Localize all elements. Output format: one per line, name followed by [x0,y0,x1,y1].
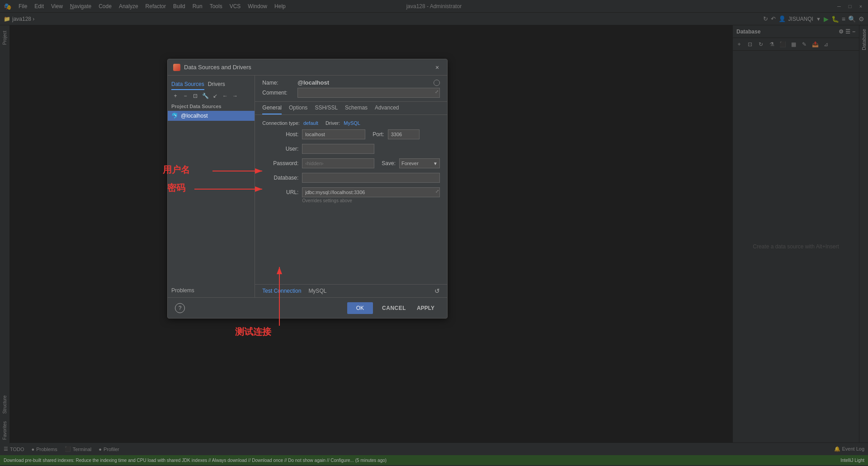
user-row: User: [262,144,440,154]
remove-button[interactable]: − [181,92,189,100]
connection-type-value[interactable]: default [303,120,318,126]
url-expand-icon[interactable]: ⤢ [435,189,439,194]
datasource-header: Name: @localhost Comment: ⤢ [255,76,447,102]
comment-input-container: ⤢ [297,88,440,98]
port-input[interactable] [388,129,420,139]
password-label: Password: [262,160,298,166]
name-row: Name: @localhost [262,79,440,86]
dialog-left-tabs: Data Sources Drivers [168,76,255,90]
expand-comment-icon[interactable]: ⤢ [435,89,439,94]
name-label: Name: [262,80,294,86]
dialog-left-toolbar: + − ⊡ 🔧 ↙ ← → [168,90,255,102]
connection-type-label: Connection type: [262,120,300,126]
cancel-button[interactable]: CANCEL [377,302,411,314]
save-dropdown-icon: ▼ [433,161,438,166]
password-row: Password: Save: Forever ▼ [262,158,440,168]
tab-drivers[interactable]: Drivers [208,79,225,90]
config-button[interactable]: 🔧 [201,92,209,100]
database-row: Database: [262,173,440,183]
mysql-icon: 🐬 [171,113,178,119]
right-tabs: General Options SSH/SSL Schemas Advanced [255,102,447,115]
driver-value[interactable]: MySQL [344,120,360,126]
copy-ds-button[interactable]: ⊡ [191,92,199,100]
comment-label: Comment: [262,90,294,96]
database-label: Database: [262,175,298,181]
import-button[interactable]: ↙ [211,92,219,100]
help-button[interactable]: ? [175,303,185,313]
url-label: URL: [262,189,298,195]
dialog-bottom-bar: Test Connection MySQL ↺ [255,284,447,297]
save-select[interactable]: Forever ▼ [399,158,440,168]
comment-input[interactable] [300,90,438,95]
url-hint: Overrides settings above [302,198,440,203]
url-input-container: ⤢ [302,187,440,197]
apply-button[interactable]: APPLY [411,302,440,314]
refresh-connection-icon[interactable]: ↺ [434,287,440,295]
problems-section: Problems [168,284,255,297]
test-connection-button[interactable]: Test Connection [262,288,301,294]
url-input[interactable] [302,187,440,197]
datasource-item-label: @localhost [181,113,208,119]
driver-label: Driver: [326,120,340,126]
dialog-footer: ? OK CANCEL APPLY [168,297,447,318]
dialog-title: Data Sources and Drivers [184,64,433,71]
comment-row: Comment: ⤢ [262,88,440,98]
tab-data-sources[interactable]: Data Sources [171,79,204,90]
project-data-sources-label: Project Data Sources [168,102,255,111]
dialog-body: Data Sources Drivers + − ⊡ 🔧 ↙ ← → Proje… [168,76,447,297]
tab-ssh-ssl[interactable]: SSH/SSL [315,102,338,114]
ok-button[interactable]: OK [347,302,373,314]
host-label: Host: [262,131,298,138]
connection-form: Connection type: default Driver: MySQL H… [255,115,447,284]
url-row: URL: ⤢ [262,187,440,197]
url-section: URL: ⤢ Overrides settings above [262,187,440,203]
database-input[interactable] [302,173,440,183]
host-input[interactable] [302,129,365,139]
port-label: Port: [373,131,384,138]
datasource-item-localhost[interactable]: 🐬 @localhost [168,111,255,121]
add-button[interactable]: + [171,92,179,100]
dialog-icon [173,64,180,71]
mysql-driver-label: MySQL [308,288,326,294]
status-indicator [434,80,440,86]
user-label: User: [262,146,298,152]
save-value: Forever [401,161,419,166]
dialog-close-button[interactable]: × [433,63,442,72]
name-value: @localhost [297,79,430,86]
dialog-right-panel: Name: @localhost Comment: ⤢ General Opti… [255,76,447,297]
problems-label: Problems [171,287,194,294]
forward-button[interactable]: → [231,92,239,100]
back-button[interactable]: ← [221,92,229,100]
save-label: Save: [382,160,396,166]
dialog-left-panel: Data Sources Drivers + − ⊡ 🔧 ↙ ← → Proje… [168,76,255,297]
password-input[interactable] [302,158,374,168]
tab-schemas[interactable]: Schemas [345,102,368,114]
tab-options[interactable]: Options [289,102,307,114]
tab-advanced[interactable]: Advanced [375,102,399,114]
connection-info-row: Connection type: default Driver: MySQL [262,120,440,126]
tab-general[interactable]: General [262,102,282,114]
host-row: Host: Port: [262,129,440,139]
user-input[interactable] [302,144,374,154]
data-sources-dialog: Data Sources and Drivers × Data Sources … [167,59,448,319]
dialog-titlebar: Data Sources and Drivers × [168,59,447,76]
